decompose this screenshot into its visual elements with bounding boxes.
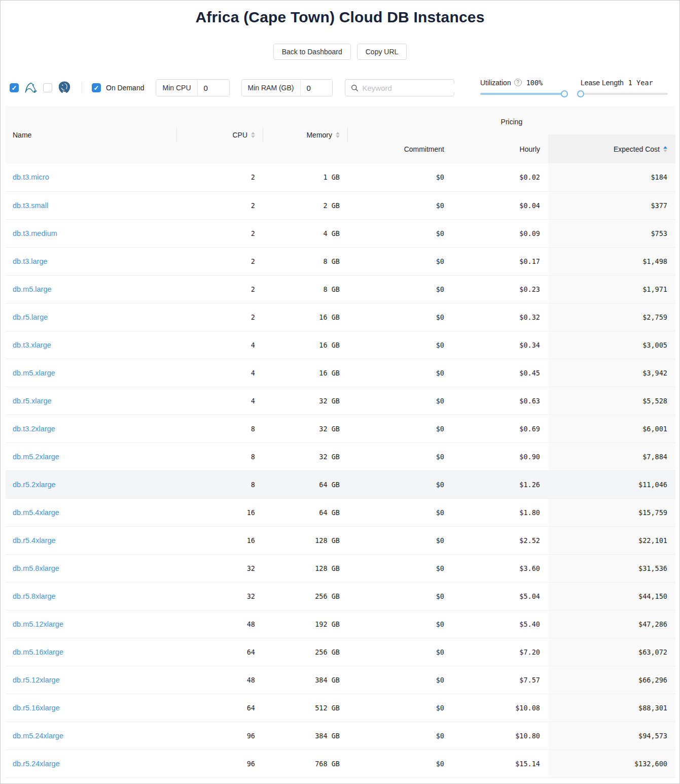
column-header-expected-cost[interactable]: Expected Cost [548,134,675,163]
cell-expected-cost: $1,971 [548,275,675,303]
on-demand-label[interactable]: On Demand [106,84,144,92]
question-circle-icon[interactable]: ? [514,79,522,86]
column-header-memory[interactable]: Memory [263,106,348,163]
table-row[interactable]: db.r5.12xlarge48384 GB$0$7.57$66,296 [6,666,675,694]
table-row[interactable]: db.t3.xlarge416 GB$0$0.34$3,005 [6,331,675,359]
table-row[interactable]: db.m5.4xlarge1664 GB$0$1.80$15,759 [6,498,675,526]
cell-cpu: 4 [177,387,263,415]
min-ram-group: Min RAM (GB) [241,79,333,96]
table-row[interactable]: db.r5.24xlarge96768 GB$0$15.14$132,600 [6,749,675,777]
cell-hourly: $3.60 [452,554,548,582]
cell-name: db.r5.large [6,303,177,331]
instance-link[interactable]: db.t3.micro [13,173,49,181]
cell-cpu: 48 [177,610,263,638]
table-row[interactable]: db.m5.12xlarge48192 GB$0$5.40$47,286 [6,610,675,638]
instance-link[interactable]: db.m5.8xlarge [13,564,59,572]
instance-link[interactable]: db.t3.2xlarge [13,425,55,433]
table-row[interactable]: db.m5.xlarge416 GB$0$0.45$3,942 [6,359,675,387]
table-row[interactable]: db.r5.large216 GB$0$0.32$2,759 [6,303,675,331]
instance-link[interactable]: db.r5.16xlarge [13,704,60,712]
table-row[interactable]: db.m5.8xlarge32128 GB$0$3.60$31,536 [6,554,675,582]
cell-memory: 32 GB [263,415,348,442]
instance-link[interactable]: db.m5.24xlarge [13,732,63,740]
cell-memory: 32 GB [263,387,348,415]
cell-name: db.t3.micro [6,163,177,191]
lease-length-slider-handle[interactable] [577,90,584,97]
cell-memory: 32 GB [263,442,348,470]
table-row[interactable]: db.r5.xlarge432 GB$0$0.63$5,528 [6,387,675,415]
instance-link[interactable]: db.t3.small [13,201,48,210]
table-row[interactable]: db.m5.2xlarge832 GB$0$0.90$7,884 [6,442,675,470]
cell-hourly: $0.63 [452,387,548,415]
instance-link[interactable]: db.r5.large [13,313,48,321]
instance-link[interactable]: db.m5.xlarge [13,369,55,377]
cell-hourly: $0.23 [452,275,548,303]
page-title: Africa (Cape Town) Cloud DB Instances [1,8,679,26]
back-to-dashboard-button[interactable]: Back to Dashboard [273,44,351,60]
instance-link[interactable]: db.r5.8xlarge [13,592,56,600]
instance-link[interactable]: db.r5.4xlarge [13,536,56,544]
table-row[interactable]: db.r5.2xlarge864 GB$0$1.26$11,046 [6,470,675,498]
cell-commitment: $0 [348,219,452,247]
cell-expected-cost: $22,101 [548,526,675,554]
instance-link[interactable]: db.m5.12xlarge [13,620,63,628]
utilization-slider[interactable] [480,90,564,97]
table-row[interactable]: db.t3.small22 GB$0$0.04$377 [6,191,675,219]
instance-link[interactable]: db.m5.4xlarge [13,508,59,517]
slider-controls: Utilization ? 100% Lease Length 1 Year [480,79,674,97]
instance-link[interactable]: db.t3.medium [13,229,57,237]
table-row[interactable]: db.m5.16xlarge64256 GB$0$7.20$63,072 [6,638,675,666]
min-ram-input[interactable] [301,80,332,96]
cell-cpu: 4 [177,359,263,387]
table-row[interactable]: db.m5.24xlarge96384 GB$0$10.80$94,573 [6,722,675,749]
cell-commitment: $0 [348,582,452,610]
cell-name: db.t3.small [6,191,177,219]
mysql-checkbox[interactable] [10,83,19,92]
instance-link[interactable]: db.r5.12xlarge [13,676,60,684]
table-row[interactable]: db.r5.8xlarge32256 GB$0$5.04$44,150 [6,582,675,610]
cell-commitment: $0 [348,554,452,582]
cell-expected-cost: $753 [548,219,675,247]
cell-expected-cost: $5,528 [548,387,675,415]
min-cpu-input[interactable] [198,80,229,96]
instance-link[interactable]: db.r5.2xlarge [13,481,56,489]
table-row[interactable]: db.t3.medium24 GB$0$0.09$753 [6,219,675,247]
instance-link[interactable]: db.r5.24xlarge [13,760,60,768]
column-header-hourly: Hourly [452,134,548,163]
keyword-input[interactable] [363,84,463,92]
instance-link[interactable]: db.t3.large [13,257,48,265]
table-row[interactable]: db.t3.2xlarge832 GB$0$0.69$6,001 [6,415,675,442]
on-demand-checkbox[interactable] [92,83,101,92]
column-header-cpu[interactable]: CPU [177,106,263,163]
cell-expected-cost: $63,072 [548,638,675,666]
cell-commitment: $0 [348,247,452,275]
instance-link[interactable]: db.m5.16xlarge [13,648,63,656]
instance-link[interactable]: db.m5.2xlarge [13,453,59,461]
cell-name: db.r5.2xlarge [6,470,177,498]
min-ram-label: Min RAM (GB) [242,80,301,96]
instance-link[interactable]: db.r5.xlarge [13,397,52,405]
filter-bar: On Demand Min CPU Min RAM (GB) Utilizati… [10,79,674,96]
instance-link[interactable]: db.m5.large [13,285,52,293]
postgresql-checkbox[interactable] [43,83,52,92]
copy-url-button[interactable]: Copy URL [357,44,407,60]
instances-table: Name CPU Memory Pricing Commitment Hourl… [6,106,675,778]
cell-commitment: $0 [348,666,452,694]
cell-name: db.t3.xlarge [6,331,177,359]
cell-cpu: 8 [177,415,263,442]
lease-length-slider[interactable] [581,90,668,97]
table-row[interactable]: db.t3.micro21 GB$0$0.02$184 [6,163,675,191]
table-row[interactable]: db.r5.16xlarge64512 GB$0$10.08$88,301 [6,694,675,722]
utilization-slider-handle[interactable] [561,90,568,97]
table-row[interactable]: db.r5.4xlarge16128 GB$0$2.52$22,101 [6,526,675,554]
cell-name: db.t3.medium [6,219,177,247]
cell-cpu: 32 [177,582,263,610]
cell-name: db.r5.16xlarge [6,694,177,722]
table-row[interactable]: db.t3.large28 GB$0$0.17$1,498 [6,247,675,275]
instance-link[interactable]: db.t3.xlarge [13,341,51,349]
table-row[interactable]: db.m5.large28 GB$0$0.23$1,971 [6,275,675,303]
cell-name: db.m5.12xlarge [6,610,177,638]
cell-expected-cost: $184 [548,163,675,191]
cell-cpu: 64 [177,638,263,666]
cell-expected-cost: $3,942 [548,359,675,387]
